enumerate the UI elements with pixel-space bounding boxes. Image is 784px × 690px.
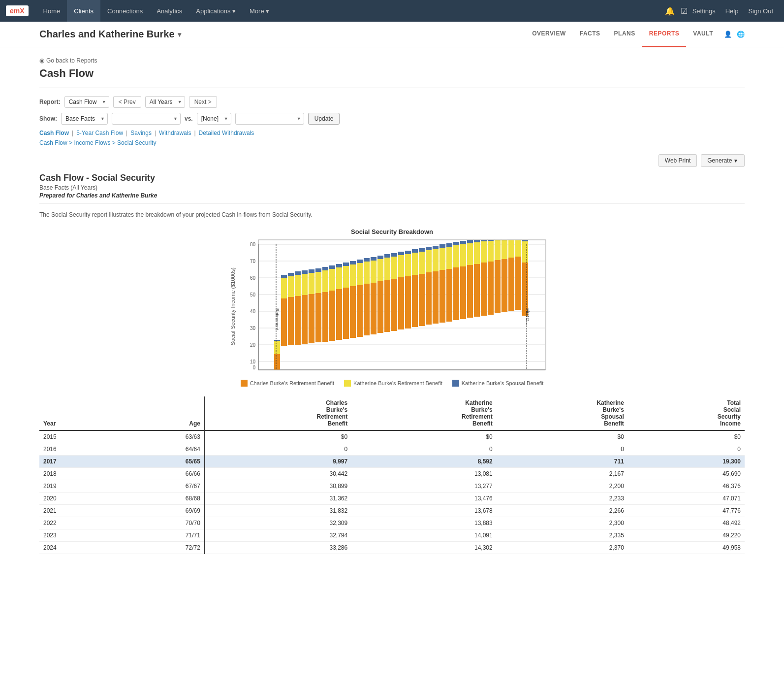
cell-year: 2022	[39, 517, 118, 529]
svg-rect-60	[357, 263, 363, 285]
nav-help[interactable]: Help	[721, 0, 744, 22]
client-dropdown-arrow[interactable]: ▾	[178, 31, 181, 38]
cell-katherine-retirement: 14,091	[351, 529, 497, 542]
nav-more[interactable]: More ▾	[243, 0, 276, 22]
cell-charles-retirement: 30,442	[205, 468, 351, 480]
chart-title: Social Security Breakdown	[351, 228, 433, 235]
svg-rect-33	[295, 275, 301, 296]
svg-rect-39	[309, 273, 314, 294]
vs-select[interactable]: [None]	[197, 113, 231, 125]
legend-katherine-ret-swatch	[344, 380, 351, 387]
nav-home[interactable]: Home	[36, 0, 67, 22]
tab-reports[interactable]: REPORTS	[642, 22, 687, 47]
svg-rect-104	[460, 266, 466, 319]
svg-rect-102	[453, 245, 459, 267]
tab-plans[interactable]: PLANS	[607, 22, 642, 47]
client-name: Charles and Katherine Burke ▾	[39, 29, 525, 40]
nav-links: Home Clients Connections Analytics Appli…	[36, 0, 665, 22]
svg-rect-74	[391, 279, 397, 331]
check-icon[interactable]: ☑	[681, 6, 688, 16]
svg-rect-125	[508, 258, 514, 311]
vs-sub-select[interactable]	[235, 113, 304, 125]
back-link[interactable]: ◉ Go back to Reports	[39, 57, 745, 64]
web-print-button[interactable]: Web Print	[659, 154, 697, 167]
report-header: Cash Flow - Social Security Base Facts (…	[39, 173, 745, 218]
chart-container: Social Security Breakdown Social Securit…	[39, 228, 745, 387]
svg-rect-83	[412, 275, 418, 327]
breadcrumb-incomeflows[interactable]: Income Flows	[74, 139, 110, 146]
svg-rect-122	[502, 259, 507, 312]
cell-charles-retirement: 0	[205, 443, 351, 456]
breadcrumb-cashflow[interactable]: Cash Flow	[39, 139, 67, 146]
legend-charles-swatch	[241, 380, 248, 387]
show-sub-select[interactable]	[112, 113, 181, 125]
svg-rect-87	[419, 252, 425, 274]
globe-icon[interactable]: 🌐	[737, 31, 745, 38]
svg-rect-42	[315, 272, 321, 293]
col-year: Year	[39, 396, 118, 430]
cell-katherine-retirement: 14,302	[351, 542, 497, 554]
cell-katherine-spousal: 0	[497, 443, 628, 456]
generate-button[interactable]: Generate	[701, 154, 745, 167]
logo-x: X	[20, 7, 24, 15]
controls-row-2: Show: Base Facts vs. [None] Update	[39, 113, 745, 125]
svg-rect-96	[439, 248, 445, 270]
cell-charles-retirement: 33,286	[205, 542, 351, 554]
svg-rect-88	[419, 248, 425, 252]
tab-overview[interactable]: OVERVIEW	[525, 22, 572, 47]
bell-icon[interactable]: 🔔	[665, 6, 675, 16]
cell-age: 64/64	[118, 443, 205, 456]
cell-charles-retirement: 9,997	[205, 456, 351, 468]
report-link-savings[interactable]: Savings	[130, 130, 152, 136]
user-icon[interactable]: 👤	[724, 31, 732, 38]
svg-rect-41	[315, 293, 321, 342]
svg-rect-24	[274, 341, 280, 354]
svg-rect-61	[357, 260, 363, 263]
nav-sign-out[interactable]: Sign Out	[743, 0, 778, 22]
report-link-cashflow[interactable]: Cash Flow	[39, 130, 69, 136]
nav-connections[interactable]: Connections	[100, 0, 150, 22]
nav-clients[interactable]: Clients	[67, 0, 100, 22]
svg-rect-107	[467, 265, 473, 318]
col-age: Age	[118, 396, 205, 430]
svg-rect-92	[433, 271, 439, 324]
svg-rect-103	[453, 242, 459, 245]
next-button[interactable]: Next >	[189, 96, 217, 108]
cell-charles-retirement: 32,309	[205, 517, 351, 529]
brand-logo[interactable]: emX	[6, 5, 29, 16]
show-label: Show:	[39, 115, 57, 122]
svg-rect-98	[446, 269, 452, 322]
svg-rect-110	[474, 264, 480, 317]
report-label: Report:	[39, 99, 61, 105]
report-link-detailed[interactable]: Detailed Withdrawals	[199, 130, 254, 136]
chart-svg: 80 70 60 50 40 30 20 10 0	[240, 239, 555, 372]
legend-katherine-ret-label: Katherine Burke's Retirement Benefit	[353, 380, 442, 386]
prev-button[interactable]: < Prev	[113, 96, 141, 108]
cell-katherine-spousal: 711	[497, 456, 628, 468]
cell-total: 49,958	[628, 542, 745, 554]
nav-icon-area: 🔔 ☑	[665, 6, 688, 16]
svg-rect-55	[343, 263, 349, 266]
report-link-withdrawals[interactable]: Withdrawals	[159, 130, 191, 136]
tab-vault[interactable]: VAULT	[686, 22, 720, 47]
update-button[interactable]: Update	[308, 113, 340, 125]
nav-settings[interactable]: Settings	[688, 0, 721, 22]
report-link-5year[interactable]: 5-Year Cash Flow	[76, 130, 123, 136]
svg-rect-25	[274, 340, 280, 341]
tab-facts[interactable]: FACTS	[573, 22, 607, 47]
svg-rect-49	[329, 265, 335, 269]
years-select[interactable]: All Years	[145, 96, 185, 108]
table-row: 2015 63/63 $0 $0 $0 $0	[39, 430, 745, 443]
svg-rect-69	[377, 259, 383, 281]
page-title: Cash Flow	[39, 67, 745, 80]
show-select[interactable]: Base Facts	[61, 113, 108, 125]
cell-katherine-spousal: 2,266	[497, 505, 628, 517]
svg-rect-116	[488, 262, 494, 315]
svg-rect-76	[391, 253, 397, 257]
svg-rect-31	[288, 273, 294, 276]
svg-rect-105	[460, 244, 466, 266]
report-select[interactable]: Cash Flow	[64, 96, 109, 108]
nav-applications[interactable]: Applications ▾	[189, 0, 243, 22]
svg-rect-27	[281, 278, 287, 298]
nav-analytics[interactable]: Analytics	[150, 0, 189, 22]
